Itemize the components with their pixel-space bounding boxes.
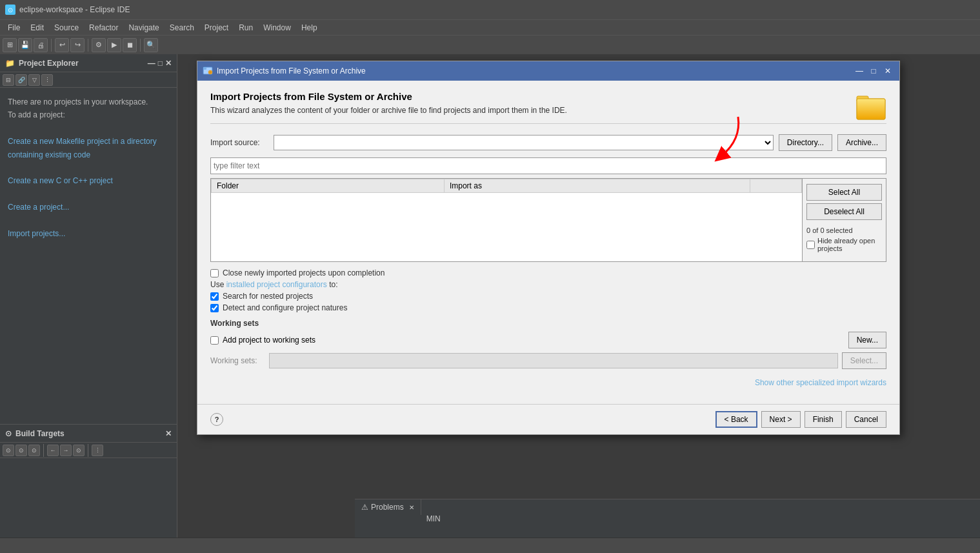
menu-file[interactable]: File [3, 22, 25, 34]
menu-search[interactable]: Search [165, 22, 199, 34]
dialog-titlebar: Import Projects from File System or Arch… [197, 61, 899, 81]
menu-help[interactable]: Help [296, 22, 323, 34]
archive-btn[interactable]: Archive... [837, 134, 886, 151]
svg-rect-7 [857, 99, 885, 119]
bt-btn-1[interactable]: ⊙ [3, 445, 14, 456]
folder-table: Folder Import as [211, 179, 802, 193]
toolbar-btn-7[interactable]: ▶ [107, 38, 121, 52]
table-area: Folder Import as Select All [210, 178, 886, 262]
toolbar-sep-3 [140, 39, 141, 52]
problems-tab[interactable]: ⚠ Problems ✕ [355, 499, 421, 515]
detect-configure-label: Detect and configure project natures [223, 303, 347, 312]
main-area: 📁 Project Explorer — □ ✕ ⊟ 🔗 ▽ ⋮ There a… [0, 54, 980, 553]
search-nested-label: Search for nested projects [223, 292, 313, 301]
add-working-sets-row: Add project to working sets New... [210, 332, 886, 348]
bt-btn-6[interactable]: ⊙ [73, 445, 85, 456]
show-specialized-link[interactable]: Show other specialized import wizards [755, 378, 886, 387]
bt-btn-7[interactable]: ⋮ [92, 445, 103, 456]
add-working-sets-check-group: Add project to working sets [210, 336, 315, 345]
build-targets-icon: ⊙ [5, 429, 12, 438]
select-all-btn[interactable]: Select All [806, 184, 882, 201]
bt-btn-2[interactable]: ⊙ [15, 445, 27, 456]
new-working-set-btn[interactable]: New... [848, 332, 886, 348]
min-text: MIN [426, 514, 441, 523]
toolbar-btn-3[interactable]: 🖨 [34, 38, 48, 52]
toolbar-btn-8[interactable]: ◼ [123, 38, 137, 52]
toolbar-btn-4[interactable]: ↩ [55, 38, 69, 52]
toolbar-sep-1 [51, 39, 52, 52]
next-btn[interactable]: Next > [761, 411, 801, 428]
hide-open-checkbox[interactable] [806, 241, 815, 249]
close-newly-checkbox[interactable] [210, 269, 219, 277]
bt-minimize-btn[interactable]: ✕ [165, 429, 172, 438]
link-with-editor-btn[interactable]: 🔗 [15, 74, 27, 86]
add-working-sets-checkbox[interactable] [210, 336, 219, 345]
bt-btn-3[interactable]: ⊙ [28, 445, 40, 456]
bt-btn-4[interactable]: ← [47, 445, 59, 456]
create-project-link[interactable]: Create a project... [8, 203, 69, 212]
menu-bar: File Edit Source Refactor Navigate Searc… [0, 19, 980, 35]
menu-source[interactable]: Source [49, 22, 84, 34]
bt-sep [43, 444, 44, 457]
directory-btn[interactable]: Directory... [779, 134, 832, 151]
create-c-cpp-link[interactable]: Create a new C or C++ project [8, 176, 113, 185]
dialog-maximize-btn[interactable]: □ [867, 65, 880, 77]
filter-input[interactable] [210, 157, 886, 174]
toolbar-btn-5[interactable]: ↪ [70, 38, 85, 52]
dialog-titlebar-icon [203, 65, 213, 77]
specialized-link-row: Show other specialized import wizards [210, 378, 886, 387]
dialog-body: Import Projects from File System or Arch… [197, 81, 899, 404]
installed-configurators-link[interactable]: installed project configurators [226, 280, 327, 289]
project-explorer-icon: 📁 [5, 59, 15, 68]
folder-table-container: Folder Import as [210, 178, 803, 262]
close-panel-btn[interactable]: ✕ [165, 59, 172, 68]
import-source-select[interactable] [274, 135, 774, 150]
menu-project[interactable]: Project [199, 22, 234, 34]
finish-btn[interactable]: Finish [805, 411, 842, 428]
project-explorer-title: Project Explorer [19, 59, 79, 68]
toolbar-btn-2[interactable]: 💾 [18, 38, 32, 52]
detect-configure-checkbox[interactable] [210, 304, 219, 312]
menu-refactor[interactable]: Refactor [84, 22, 123, 34]
back-btn[interactable]: < Back [715, 411, 757, 428]
minimize-panel-btn[interactable]: — [148, 59, 155, 68]
menu-navigate[interactable]: Navigate [123, 22, 164, 34]
app-title: eclipse-workspace - Eclipse IDE [19, 5, 130, 14]
selection-status: 0 of 0 selected [806, 226, 882, 234]
build-targets-header: ⊙ Build Targets ✕ [0, 425, 177, 443]
dialog-close-btn[interactable]: ✕ [881, 65, 894, 77]
col-folder: Folder [212, 179, 445, 193]
build-targets-panel: ⊙ Build Targets ✕ ⊙ ⊙ ⊙ ← → ⊙ ⋮ [0, 424, 177, 553]
toolbar-btn-1[interactable]: ⊞ [3, 38, 17, 52]
project-explorer-toolbar: ⊟ 🔗 ▽ ⋮ [0, 72, 177, 88]
problems-close-btn[interactable]: ✕ [409, 504, 414, 511]
maximize-panel-btn[interactable]: □ [158, 59, 163, 68]
filter-btn[interactable]: ▽ [28, 74, 40, 86]
dialog-titlebar-actions: — □ ✕ [853, 65, 894, 77]
import-projects-link[interactable]: Import projects... [8, 229, 65, 238]
menu-run[interactable]: Run [234, 22, 258, 34]
import-dialog: Import Projects from File System or Arch… [197, 61, 900, 435]
view-menu-btn[interactable]: ⋮ [41, 74, 53, 86]
create-makefile-link[interactable]: Create a new Makefile project in a direc… [8, 137, 157, 159]
search-nested-checkbox[interactable] [210, 292, 219, 301]
project-explorer-actions: — □ ✕ [148, 59, 172, 68]
close-newly-row: Close newly imported projects upon compl… [210, 268, 886, 277]
deselect-all-btn[interactable]: Deselect All [806, 203, 882, 220]
bt-btn-5[interactable]: → [60, 445, 72, 456]
dialog-minimize-btn[interactable]: — [853, 65, 866, 77]
wizard-title: Import Projects from File System or Arch… [210, 91, 567, 102]
help-btn[interactable]: ? [210, 413, 223, 426]
toolbar-btn-6[interactable]: ⚙ [92, 38, 106, 52]
collapse-all-btn[interactable]: ⊟ [3, 74, 14, 86]
toolbar-btn-9[interactable]: 🔍 [144, 38, 158, 52]
to-add-msg: To add a project: [8, 108, 169, 121]
cancel-btn[interactable]: Cancel [846, 411, 886, 428]
col-import-as: Import as [444, 179, 750, 193]
menu-edit[interactable]: Edit [25, 22, 49, 34]
no-projects-msg: There are no projects in your workspace. [8, 96, 169, 108]
existing-code-text: existing code [45, 150, 90, 159]
menu-window[interactable]: Window [258, 22, 296, 34]
project-explorer-content: There are no projects in your workspace.… [0, 88, 177, 248]
problems-icon: ⚠ [361, 503, 368, 512]
